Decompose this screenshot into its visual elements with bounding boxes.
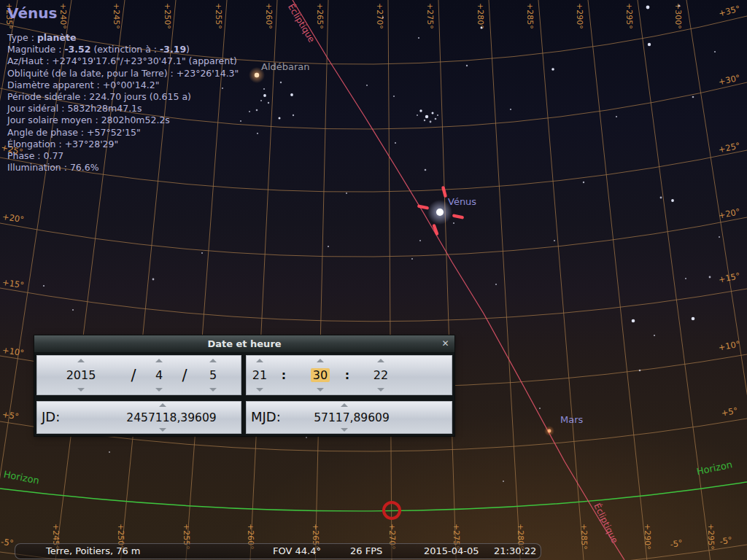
star — [257, 133, 258, 134]
altitude-circle-+20° — [0, 217, 747, 257]
azimuth-label: +240° — [58, 3, 68, 29]
second-value[interactable]: 22 — [374, 368, 388, 382]
mars[interactable]: Mars — [544, 414, 584, 436]
azimuth-line-+245° — [55, 0, 125, 560]
azimuth-label: +285° — [525, 3, 535, 29]
selection-marker-dash — [452, 214, 465, 219]
mjd-spin-up-icon[interactable] — [341, 403, 348, 407]
date-separator: / — [123, 367, 144, 384]
hour-spin-down-icon[interactable] — [256, 388, 263, 392]
day-spin-up-icon[interactable] — [209, 359, 217, 362]
star — [424, 120, 425, 121]
mjd-value[interactable]: 57117,89609 — [290, 411, 414, 424]
star — [685, 278, 686, 279]
azimuth-line-+250° — [120, 0, 176, 560]
venus-body — [436, 209, 444, 216]
status-date: 2015-04-05 — [424, 545, 479, 556]
close-icon[interactable]: ✕ — [439, 338, 452, 350]
altitude-label: +5° — [1, 409, 20, 422]
day-value[interactable]: 5 — [209, 368, 217, 382]
mjd-field[interactable]: MJD: 57117,89609 — [246, 401, 452, 434]
ecliptic-label: Écliptique — [286, 1, 317, 44]
jd-spin-up-icon[interactable] — [159, 403, 166, 407]
star — [280, 82, 282, 83]
minute-spin-down-icon[interactable] — [317, 388, 324, 392]
altitude-circle-+30° — [0, 82, 747, 129]
star — [510, 109, 511, 110]
star — [290, 93, 293, 96]
star — [152, 279, 155, 281]
ecliptic-label: Écliptique — [592, 502, 620, 545]
minute-spinner[interactable]: 30 — [308, 357, 333, 393]
azimuth-line-+285° — [538, 0, 584, 560]
star — [393, 96, 395, 97]
jd-field[interactable]: JD: 2457118,39609 — [36, 401, 241, 434]
selection-marker-dash — [417, 204, 430, 210]
star — [260, 100, 262, 101]
aldebaran-body — [255, 73, 259, 77]
altitude-label: +25° — [0, 142, 24, 158]
year-spin-up-icon[interactable] — [77, 359, 85, 362]
hour-spin-up-icon[interactable] — [256, 359, 263, 362]
aldebaran[interactable]: Aldébaran — [249, 61, 310, 83]
status-time: 21:30:22 — [494, 545, 536, 556]
azimuth-label: +275° — [425, 3, 435, 29]
jd-value[interactable]: 2457118,39609 — [102, 411, 241, 424]
star — [366, 85, 368, 86]
star — [201, 252, 203, 254]
azimuth-label: +250° — [163, 3, 172, 29]
azimuth-label: +265° — [315, 3, 325, 29]
star — [417, 114, 418, 116]
second-spinner[interactable]: 22 — [368, 357, 393, 393]
day-spinner[interactable]: 5 — [196, 357, 231, 393]
star — [539, 408, 541, 409]
minute-value[interactable]: 30 — [311, 368, 330, 382]
azimuth-label: +255° — [214, 3, 223, 29]
azimuth-label: +285° — [579, 524, 589, 550]
hour-spinner[interactable]: 21 — [249, 357, 271, 393]
azimuth-label: +245° — [112, 3, 121, 29]
status-fov: FOV 44.4° — [273, 545, 321, 556]
star — [654, 335, 655, 336]
time-separator: : — [340, 368, 355, 382]
star — [648, 43, 651, 46]
star — [616, 116, 617, 117]
star — [554, 240, 555, 241]
azimuth-label: +300° — [673, 3, 683, 29]
altitude-label: +35° — [717, 4, 741, 19]
second-spin-down-icon[interactable] — [377, 388, 384, 392]
mjd-spin-down-icon[interactable] — [341, 428, 348, 432]
star — [425, 169, 427, 171]
star — [678, 5, 681, 7]
month-spin-up-icon[interactable] — [155, 359, 163, 362]
star — [419, 109, 422, 112]
venus[interactable]: Vénus — [417, 186, 477, 236]
jd-spin-down-icon[interactable] — [159, 428, 166, 432]
time-separator: : — [276, 368, 291, 382]
star — [435, 118, 437, 120]
star — [256, 109, 258, 112]
status-fps: 26 FPS — [350, 545, 382, 556]
star — [240, 120, 241, 122]
minute-spin-up-icon[interactable] — [317, 359, 324, 362]
mars-body — [548, 429, 551, 433]
month-spinner[interactable]: 4 — [144, 357, 174, 393]
altitude-label: +25° — [718, 141, 741, 155]
month-value[interactable]: 4 — [155, 368, 163, 382]
star — [293, 114, 294, 116]
hour-value[interactable]: 21 — [252, 368, 267, 382]
second-spin-up-icon[interactable] — [377, 359, 384, 362]
day-spin-down-icon[interactable] — [209, 388, 217, 392]
dialog-titlebar[interactable]: Date et heure ✕ — [34, 335, 454, 352]
year-spinner[interactable]: 2015 — [50, 357, 112, 393]
altitude-label: +5° — [721, 405, 739, 419]
azimuth-label: +270° — [375, 3, 384, 29]
azimuth-label: +290° — [575, 3, 584, 29]
star — [419, 240, 421, 241]
year-spin-down-icon[interactable] — [77, 388, 85, 392]
status-location: Terre, Poitiers, 76 m — [46, 545, 141, 556]
month-spin-down-icon[interactable] — [155, 388, 163, 392]
year-value[interactable]: 2015 — [66, 368, 96, 382]
star — [249, 111, 250, 112]
venus-label: Vénus — [448, 196, 476, 207]
